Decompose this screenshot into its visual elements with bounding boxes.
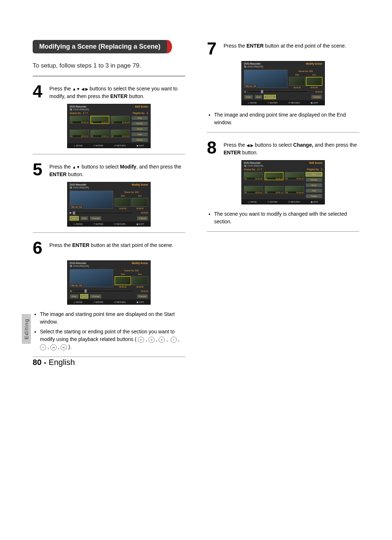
hint-enter: ⏎ ENTER <box>93 144 103 147</box>
enter-label: ENTER <box>246 43 264 49</box>
disc-icon <box>244 65 246 68</box>
step-7-notes: The image and ending point time are disp… <box>207 111 359 126</box>
n: 06 <box>286 191 288 194</box>
txt: button. <box>127 93 144 99</box>
preview-window: Title List : 5/6 <box>244 70 287 88</box>
end-label: End <box>132 273 148 276</box>
step-6-notes: The image and starting point time are di… <box>33 310 185 351</box>
change-label: Change, <box>293 142 313 148</box>
t: MOVE <box>76 223 83 225</box>
step-8: 8 Press the ◀ ▶ buttons to select Change… <box>207 139 359 157</box>
end-time: 00:00:00 <box>132 207 148 210</box>
progress-time: 00:00:00 <box>135 212 148 214</box>
disc-icon <box>70 265 72 267</box>
hint-exit: ▣ EXIT <box>136 223 144 225</box>
scene-thumbnail-grid: 0100:00:26 0200:00:07 0300:00:04 0400:00… <box>244 172 304 198</box>
section-heading: Modifying a Scene (Replacing a Scene) <box>33 40 167 53</box>
hint-enter: ⏎ ENTER <box>268 200 277 203</box>
osd-title: Edit Scene <box>309 162 322 164</box>
up-down-icon: ▲▼ <box>72 165 80 169</box>
t: MOVE <box>250 201 257 203</box>
step-5: 5 Press the ▲▼ buttons to select Modify,… <box>33 161 185 178</box>
scene-no: Scene No. 002 <box>289 70 322 73</box>
pause-icon: ⏸ <box>70 290 72 292</box>
btn-cancel: Cancel <box>137 294 148 299</box>
scene-no: Scene No. 002 <box>115 269 148 272</box>
start-label: Start <box>115 194 131 197</box>
left-column: Modifying a Scene (Replacing a Scene) To… <box>33 40 185 364</box>
title-list-label: Title List : 5/6 <box>244 85 257 88</box>
scene-thumb: 0400:00:03 <box>70 130 89 138</box>
btn-start: Start <box>244 95 253 99</box>
hint-move: ◇ MOVE <box>248 101 257 104</box>
step-4: 4 Press the ▲▼ ◀ ▶ buttons to select the… <box>33 83 185 100</box>
start-time: 00:00:00 <box>115 207 131 210</box>
t: RETURN <box>117 145 126 147</box>
t: 00:00:04 <box>297 191 303 194</box>
btn-end: End <box>80 294 89 299</box>
play-pause-icon: ▸ <box>138 337 144 343</box>
osd-footer: ◇ MOVE ⏎ ENTER ↺ RETURN ▣ EXIT <box>68 143 150 148</box>
page-language: English <box>49 358 75 367</box>
step-text: Press the ▲▼ ◀ ▶ buttons to select the s… <box>49 83 185 100</box>
t: RETURN <box>291 102 300 104</box>
txt: Press the <box>49 164 72 170</box>
txt: button. <box>241 150 258 155</box>
btn-start: Start <box>70 294 79 299</box>
scene-no-label: Scene No. <box>244 168 256 171</box>
end-time: 00:00:00 <box>132 286 148 288</box>
next-icon: ▸| <box>61 344 67 350</box>
t: 00:00:03 <box>255 191 262 194</box>
scene-thumb: 0100:00:26 <box>244 172 263 180</box>
playlist-label: Playlist No. <box>132 112 145 114</box>
osd-device: DVD-Recorder <box>244 162 261 164</box>
progress-time: 00:00:25 <box>135 290 148 292</box>
disc-type: DVD-RW(VR) <box>73 186 89 189</box>
btn-change: Change <box>264 95 276 99</box>
disc-type: DVD-RW(VR) <box>248 165 263 167</box>
disc-type: DVD-RW(VR) <box>248 65 263 68</box>
step-number: 6 <box>33 239 46 257</box>
txt: and then press the <box>313 142 357 148</box>
osd-title: Modify Scene <box>132 262 148 264</box>
step-text: Press the ENTER button at the end point … <box>224 40 346 50</box>
btn-end: End <box>254 95 263 99</box>
hint-move: ◇ MOVE <box>74 301 82 303</box>
hint-return: ↺ RETURN <box>114 223 126 225</box>
btn-change: Change <box>90 216 102 220</box>
btn-start: Start <box>70 216 79 220</box>
txt: buttons to select <box>253 142 293 148</box>
osd-btn-add: Add <box>131 132 148 137</box>
t: MOVE <box>250 102 257 104</box>
scene-thumb: 0400:00:03 <box>244 186 263 194</box>
right-column: 7 Press the ENTER button at the end poin… <box>207 40 359 364</box>
playlist-val: 3 <box>147 112 148 114</box>
chapter-side-tab: Editing <box>22 314 31 344</box>
osd-btn-play: Play <box>131 116 148 120</box>
progress-bar <box>73 290 134 292</box>
hint-exit: ▣ EXIT <box>311 101 318 104</box>
osd-footer: ◇ MOVE ⏎ ENTER ↺ RETURN ▣ EXIT <box>68 222 150 226</box>
n: 05 <box>91 135 93 138</box>
left-right-icon: ◀ ▶ <box>246 143 253 147</box>
n: 05 <box>265 191 268 194</box>
t: 00:00:11 <box>276 191 283 194</box>
osd-modify-scene-2: DVD-Recorder Modify Scene DVD-RW(VR) Tit… <box>67 260 151 305</box>
start-thumb <box>289 77 305 86</box>
t: RETURN <box>291 201 300 203</box>
osd-btn-move: Move <box>306 183 322 187</box>
scene-thumb: 0600:00:04 <box>111 130 130 138</box>
note-item: Select the starting or ending point of t… <box>40 328 185 351</box>
hint-exit: ▣ EXIT <box>136 301 144 303</box>
osd-footer: ◇ MOVE ⏎ ENTER ↺ RETURN ▣ EXIT <box>242 199 324 204</box>
btn-cancel: Cancel <box>311 95 322 99</box>
end-label: End <box>306 73 322 76</box>
osd-device: DVD-Recorder <box>70 183 86 186</box>
modify-label: Modify <box>120 164 136 170</box>
hint-return: ↺ RETURN <box>114 301 126 303</box>
t: MOVE <box>76 301 83 303</box>
disc-icon <box>244 165 246 167</box>
progress-bar <box>73 212 134 214</box>
t: ENTER <box>96 301 103 303</box>
t: EXIT <box>314 201 318 203</box>
